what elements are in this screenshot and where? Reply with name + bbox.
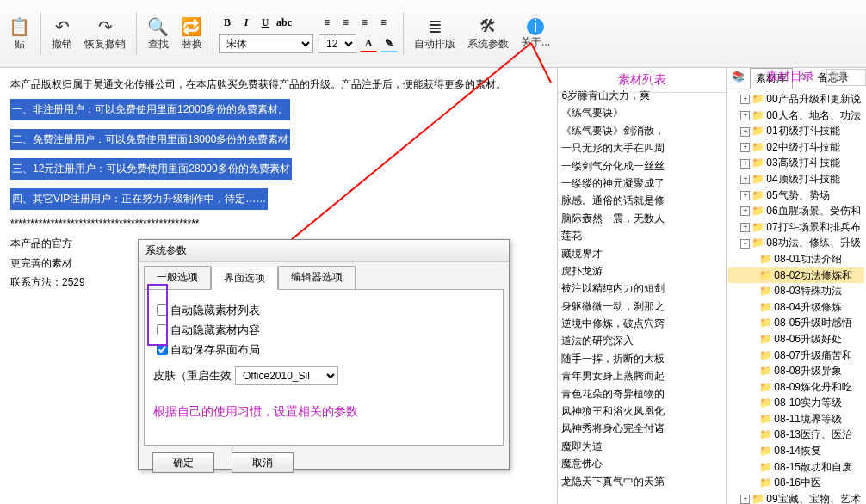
- opt-hide-list-checkbox[interactable]: [157, 304, 168, 316]
- tree-subnode[interactable]: 📁08-16中医: [728, 475, 864, 491]
- tab-editor[interactable]: 编辑器选项: [278, 266, 356, 289]
- material-list-item[interactable]: 风神秀将身心完全付诸: [561, 420, 722, 437]
- font-size-select[interactable]: 12: [319, 34, 356, 53]
- tree-node[interactable]: +📁06血腥场景、受伤和: [728, 203, 864, 219]
- material-list-header: 素材列表: [558, 68, 726, 93]
- material-list-item[interactable]: 藏境界才: [561, 245, 722, 262]
- tree-subnode[interactable]: 📁08-03特殊功法: [728, 283, 864, 299]
- autolayout-button[interactable]: ≣自动排版: [409, 15, 461, 53]
- highlighted-line: 一、非注册用户：可以免费使用里面12000多份的免费素材。: [10, 99, 290, 120]
- tree-subnode[interactable]: 📁08-05升级时感悟: [728, 315, 864, 331]
- search-input[interactable]: 搜索: [826, 69, 866, 86]
- skin-label: 皮肤（重启生效: [153, 368, 232, 384]
- tree-node[interactable]: +📁00人名、地名、功法: [728, 108, 864, 124]
- find-button[interactable]: 🔍查找: [142, 15, 174, 53]
- undo-button[interactable]: ↶撤销: [46, 15, 77, 53]
- tree-subnode[interactable]: 📁08-08升级异象: [728, 363, 864, 379]
- material-list-item[interactable]: 一只无形的大手在四周: [561, 139, 722, 157]
- tree-subnode[interactable]: 📁08-07升级痛苦和: [728, 347, 864, 364]
- tree-node[interactable]: +📁09宝藏、宝物、艺术: [728, 491, 864, 504]
- material-list-item[interactable]: 身躯微微一动，刹那之: [561, 298, 722, 315]
- tab-general[interactable]: 一般选项: [144, 266, 211, 289]
- system-params-dialog: 系统参数 一般选项 界面选项 编辑器选项 自动隐藏素材列表 自动隐藏素材内容 自…: [138, 239, 510, 470]
- font-color-button[interactable]: A: [360, 34, 377, 52]
- material-list-item[interactable]: 虎扑龙游: [561, 262, 722, 280]
- material-list-item[interactable]: 逆境中修炼，破点穴窍: [561, 315, 722, 332]
- material-list-item[interactable]: 道法的研究深入: [561, 332, 722, 349]
- material-list-item[interactable]: 青色花朵的奇异植物的: [561, 385, 722, 403]
- material-list-item[interactable]: 青年男女身上蒸腾而起: [561, 367, 722, 384]
- highlighted-line: 四、其它VIP注册用户：正在努力升级制作中，待定……: [10, 188, 268, 210]
- align-center-button[interactable]: ≡: [337, 14, 355, 31]
- tree-node[interactable]: -📁08功法、修练、升级: [728, 235, 864, 251]
- material-list-item[interactable]: 魔即为道: [561, 438, 722, 455]
- tree-node[interactable]: +📁01初级打斗技能: [728, 123, 864, 139]
- tree-node[interactable]: +📁03高级打斗技能: [728, 155, 864, 171]
- material-list-item[interactable]: 《练气要诀》剑消散，: [561, 122, 722, 139]
- dialog-title: 系统参数: [139, 240, 509, 262]
- tree-subnode[interactable]: 📁08-02功法修炼和: [728, 267, 864, 284]
- tree-subnode[interactable]: 📁08-10实力等级: [728, 395, 864, 411]
- material-list-pane: 素材列表 6岁滕青山大力，爽《练气要诀》《练气要诀》剑消散，一只无形的大手在四周…: [558, 68, 727, 504]
- replace-button[interactable]: 🔁替换: [176, 15, 207, 53]
- tree-subnode[interactable]: 📁08-09炼化丹和吃: [728, 379, 864, 396]
- material-tree-header: 素材目录: [766, 69, 814, 84]
- material-list-item[interactable]: 一缕缕的神元凝聚成了: [561, 175, 722, 192]
- align-justify-button[interactable]: ≡: [375, 14, 393, 31]
- main-toolbar: 📋贴 ↶撤销 ↷恢复撤销 🔍查找 🔁替换 B I U abc 宋体 ≡ ≡ ≡ …: [0, 0, 866, 68]
- cancel-button[interactable]: 取消: [232, 452, 294, 473]
- tree-subnode[interactable]: 📁08-13医疗、医治: [728, 427, 864, 443]
- sysparams-button[interactable]: 🛠系统参数: [462, 15, 514, 53]
- material-list-item[interactable]: 《练气要诀》: [561, 104, 722, 121]
- tree-subnode[interactable]: 📁08-11境界等级: [728, 411, 864, 427]
- material-list-item[interactable]: 随手一挥，折断的大板: [561, 350, 722, 367]
- underline-button[interactable]: U: [257, 14, 274, 31]
- font-name-select[interactable]: 宋体: [219, 34, 313, 53]
- paste-button[interactable]: 📋贴: [3, 15, 35, 53]
- books-icon: 📚: [727, 68, 750, 89]
- dialog-hint-annotation: 根据自己的使用习惯，设置相关的参数: [153, 404, 494, 420]
- strike-button[interactable]: abc: [275, 14, 293, 31]
- tree-node[interactable]: +📁04顶级打斗技能: [728, 171, 864, 187]
- align-left-button[interactable]: ≡: [319, 14, 336, 31]
- separator-line: ****************************************…: [10, 214, 547, 234]
- tree-node[interactable]: +📁05气势、势场: [728, 187, 864, 204]
- tree-node[interactable]: +📁02中级打斗技能: [728, 139, 864, 156]
- tree-subnode[interactable]: 📁08-04升级修炼: [728, 299, 864, 316]
- material-list-item[interactable]: 一缕剑气分化成一丝丝: [561, 157, 722, 175]
- tree-subnode[interactable]: 📁08-06升级好处: [728, 331, 864, 347]
- paragraph: 本产品版权归属于昊通文化传播公司，在本店购买免费获得产品的升级。产品注册后，便能…: [10, 75, 547, 95]
- opt-save-layout-checkbox[interactable]: [157, 344, 168, 355]
- opt-hide-content-checkbox[interactable]: [157, 324, 168, 335]
- material-list-item[interactable]: 脉感。通俗的话就是修: [561, 192, 722, 209]
- material-list-item[interactable]: 被注以精纯内力的短剑: [561, 280, 722, 297]
- highlighted-line: 三、12元注册用户：可以免费使用里面28000多份的免费素材: [10, 158, 292, 180]
- highlighted-line: 二、免费注册用户：可以免费使用里面18000多份的免费素材: [10, 129, 290, 151]
- tab-interface[interactable]: 界面选项: [211, 267, 278, 290]
- opt-label: 自动隐藏素材内容: [170, 323, 260, 338]
- tree-subnode[interactable]: 📁08-14恢复: [728, 443, 864, 459]
- tree-node[interactable]: +📁07打斗场景和排兵布: [728, 219, 864, 236]
- align-right-button[interactable]: ≡: [356, 14, 374, 31]
- material-list-item[interactable]: 风神狼王和浴火凤凰化: [561, 403, 722, 420]
- opt-label: 自动保存界面布局: [170, 342, 260, 358]
- highlight-button[interactable]: ✎: [380, 34, 398, 52]
- material-list-item[interactable]: 脑际轰然一震，无数人: [561, 210, 722, 227]
- ok-button[interactable]: 确定: [152, 452, 214, 473]
- opt-label: 自动隐藏素材列表: [170, 303, 260, 318]
- about-button[interactable]: i关于...: [516, 16, 555, 52]
- material-list-item[interactable]: 魔意佛心: [561, 455, 722, 472]
- tree-subnode[interactable]: 📁08-01功法介绍: [728, 251, 864, 267]
- tree-subnode[interactable]: 📁08-15散功和自废: [728, 459, 864, 476]
- material-list-item[interactable]: 莲花: [561, 227, 722, 244]
- material-tree-pane: 📚 素材库 ☆ 备忘录 +📁00产品升级和更新说+📁00人名、地名、功法+📁01…: [727, 68, 866, 504]
- skin-select[interactable]: Office2010_Sil: [235, 366, 338, 385]
- tree-node[interactable]: +📁00产品升级和更新说: [728, 91, 864, 108]
- bold-button[interactable]: B: [219, 14, 236, 31]
- material-list-item[interactable]: 龙隐天下真气中的天第: [561, 473, 722, 490]
- redo-button[interactable]: ↷恢复撤销: [79, 15, 131, 53]
- italic-button[interactable]: I: [238, 14, 255, 31]
